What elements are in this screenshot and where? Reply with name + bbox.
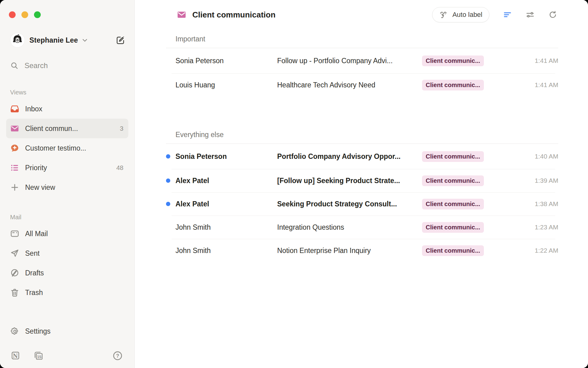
sidebar-item-priority[interactable]: Priority 48 [6, 158, 128, 178]
sidebar-item-client-communication[interactable]: Client commun... 3 [6, 119, 128, 138]
sidebar-item-count: 3 [120, 125, 123, 132]
auto-label-button[interactable]: Auto label [432, 7, 489, 22]
help-icon[interactable]: ? [112, 350, 123, 361]
sidebar-item-drafts[interactable]: Drafts [6, 263, 128, 283]
gear-icon [10, 327, 19, 336]
filter-icon[interactable] [503, 10, 512, 19]
window-controls [0, 0, 134, 18]
trash-icon [10, 288, 19, 297]
email-time: 1:41 AM [516, 57, 558, 64]
unread-dot [166, 202, 170, 206]
email-sender: Sonia Peterson [175, 152, 277, 161]
email-time: 1:22 AM [516, 247, 558, 254]
email-label-badge: Client communic... [422, 56, 484, 66]
views-section-label: Views [10, 89, 128, 96]
sidebar-item-label: Sent [25, 249, 40, 258]
sidebar-nav: Views Inbox Client c [0, 72, 134, 302]
search-placeholder: Search [24, 61, 48, 70]
email-label-badge: Client communic... [422, 151, 484, 162]
label-envelope-icon [177, 10, 187, 20]
section-title: Everything else [175, 131, 558, 139]
unread-dot [166, 178, 170, 183]
notion-app-icon[interactable]: N [10, 351, 21, 361]
email-row[interactable]: Alex Patel Seeking Product Strategy Cons… [166, 192, 558, 216]
sidebar-item-label: Priority [25, 164, 47, 172]
svg-text:?: ? [116, 353, 119, 358]
account-switcher[interactable]: Stephanie Lee [6, 32, 128, 49]
email-row[interactable]: Alex Patel [Follow up] Seeking Product S… [166, 169, 558, 192]
email-sender: Sonia Peterson [175, 57, 277, 65]
sidebar: Stephanie Lee Search Views [0, 0, 135, 368]
section-title: Important [175, 35, 558, 43]
app-window: Stephanie Lee Search Views [0, 0, 588, 368]
email-sender: Louis Huang [175, 81, 277, 89]
email-subject: Follow up - Portfolio Company Advi... [277, 57, 422, 65]
sent-icon [10, 249, 19, 258]
page-title: Client communication [192, 10, 276, 20]
avatar [10, 33, 24, 47]
unread-dot [166, 154, 170, 159]
sidebar-footer: N 15 ? [6, 350, 128, 361]
sidebar-item-all-mail[interactable]: All Mail [6, 224, 128, 243]
email-subject: [Follow up] Seeking Product Strate... [277, 177, 422, 185]
email-label-badge: Client communic... [422, 222, 484, 233]
main-header: Client communication Auto label [135, 0, 588, 29]
email-list: Important Sonia Peterson Follow up - Por… [135, 29, 588, 262]
auto-label-button-label: Auto label [452, 11, 482, 19]
email-label-badge: Client communic... [422, 175, 484, 186]
email-row[interactable]: John Smith Notion Enterprise Plan Inquir… [166, 239, 558, 262]
sidebar-item-label: Inbox [25, 105, 42, 113]
auto-label-face-icon [439, 10, 448, 19]
email-time: 1:23 AM [516, 224, 558, 231]
sidebar-item-label: All Mail [25, 230, 48, 238]
search-icon [10, 61, 19, 70]
sidebar-item-sent[interactable]: Sent [6, 243, 128, 263]
sidebar-item-label: Settings [25, 327, 51, 335]
svg-text:15: 15 [37, 355, 41, 359]
plus-icon [10, 183, 19, 192]
email-label-badge: Client communic... [422, 245, 484, 256]
email-subject: Notion Enterprise Plan Inquiry [277, 247, 422, 255]
zoom-window-button[interactable] [34, 11, 41, 18]
email-row[interactable]: John Smith Integration Questions Client … [166, 216, 558, 239]
sidebar-item-inbox[interactable]: Inbox [6, 99, 128, 119]
sidebar-item-label: Trash [25, 289, 43, 297]
refresh-icon[interactable] [548, 10, 557, 19]
notion-calendar-icon[interactable]: 15 [33, 351, 44, 361]
inbox-icon [10, 104, 19, 113]
drafts-icon [10, 268, 19, 278]
display-settings-sliders-icon[interactable] [526, 10, 535, 19]
sidebar-item-customer-testimonials[interactable]: Customer testimo... [6, 138, 128, 158]
sidebar-item-label: New view [25, 183, 55, 192]
email-sender: John Smith [175, 247, 277, 255]
chat-plus-icon [10, 144, 19, 153]
email-sender: Alex Patel [175, 177, 277, 185]
email-section-important: Important Sonia Peterson Follow up - Por… [166, 35, 558, 97]
chevron-down-icon [81, 36, 89, 44]
email-row[interactable]: Louis Huang Healthcare Tech Advisory Nee… [166, 73, 558, 97]
email-time: 1:39 AM [516, 177, 558, 184]
email-subject: Portfolio Company Advisory Oppor... [277, 152, 422, 161]
sidebar-item-settings[interactable]: Settings [6, 321, 128, 341]
header-actions: Auto label [432, 7, 557, 22]
mail-section-label: Mail [10, 214, 128, 221]
email-label-badge: Client communic... [422, 80, 484, 90]
sidebar-bottom: Settings N 15 [0, 321, 134, 368]
search-input[interactable]: Search [6, 59, 128, 72]
close-window-button[interactable] [9, 11, 16, 18]
sidebar-item-label: Client commun... [25, 125, 78, 133]
email-subject: Integration Questions [277, 223, 422, 232]
sidebar-item-new-view[interactable]: New view [6, 178, 128, 197]
compose-button[interactable] [115, 35, 125, 45]
email-row[interactable]: Sonia Peterson Portfolio Company Advisor… [166, 144, 558, 169]
main-panel: Client communication Auto label [135, 0, 588, 368]
minimize-window-button[interactable] [21, 11, 28, 18]
sidebar-item-label: Drafts [25, 269, 44, 277]
email-row[interactable]: Sonia Peterson Follow up - Portfolio Com… [166, 48, 558, 73]
email-subject: Seeking Product Strategy Consult... [277, 200, 422, 208]
email-time: 1:41 AM [516, 81, 558, 89]
sidebar-item-trash[interactable]: Trash [6, 283, 128, 302]
email-time: 1:38 AM [516, 200, 558, 208]
email-sender: John Smith [175, 223, 277, 232]
svg-text:N: N [13, 353, 18, 359]
